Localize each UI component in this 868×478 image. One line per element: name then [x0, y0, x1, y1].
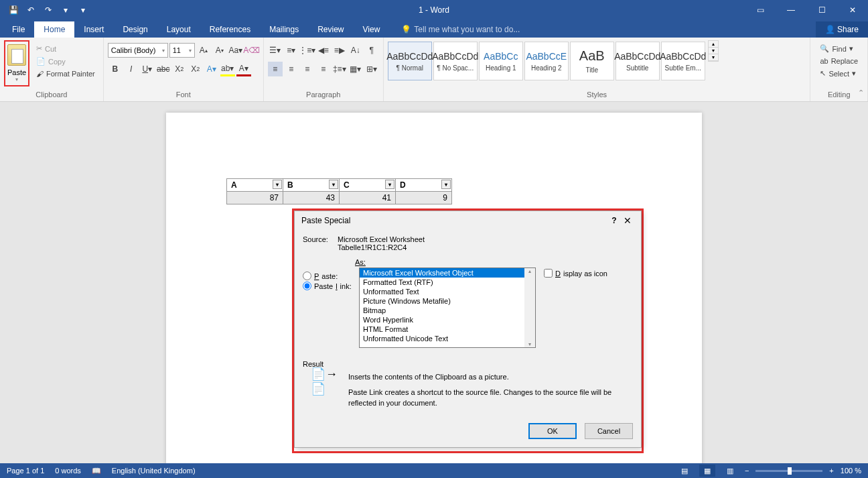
undo-icon[interactable]: ↶: [23, 2, 39, 18]
styles-more-icon[interactable]: ▾: [709, 54, 718, 61]
tab-layout[interactable]: Layout: [157, 21, 200, 38]
justify-button[interactable]: ≡: [316, 62, 331, 76]
listbox-option[interactable]: Formatted Text (RTF): [360, 278, 535, 287]
column-filter-icon[interactable]: ▾: [329, 180, 338, 189]
column-header[interactable]: D▾: [396, 179, 452, 192]
embedded-excel-table[interactable]: A▾B▾C▾D▾ 8743419: [226, 178, 452, 204]
column-filter-icon[interactable]: ▾: [441, 180, 451, 189]
word-count[interactable]: 0 words: [55, 467, 81, 475]
align-right-button[interactable]: ≡: [300, 62, 315, 76]
maximize-icon[interactable]: ☐: [806, 0, 837, 20]
highlight-button[interactable]: ab▾: [220, 62, 235, 76]
sort-button[interactable]: A↓: [348, 43, 363, 58]
help-icon[interactable]: ?: [607, 216, 621, 225]
zoom-out-icon[interactable]: −: [745, 467, 749, 475]
listbox-option[interactable]: Microsoft Excel Worksheet Object: [360, 268, 535, 278]
replace-button[interactable]: abReplace: [818, 56, 859, 66]
dialog-close-icon[interactable]: ✕: [621, 215, 634, 226]
tab-references[interactable]: References: [200, 21, 260, 38]
customize-qat-icon[interactable]: ▾: [75, 2, 91, 18]
borders-button[interactable]: ⊞▾: [364, 62, 379, 76]
italic-button[interactable]: I: [124, 62, 139, 76]
subscript-button[interactable]: X2: [172, 62, 187, 76]
show-marks-button[interactable]: ¶: [364, 43, 379, 58]
page-indicator[interactable]: Page 1 of 1: [7, 467, 44, 475]
styles-down-icon[interactable]: ▾: [709, 48, 718, 54]
listbox-option[interactable]: Unformatted Text: [360, 287, 535, 296]
listbox-option[interactable]: Picture (Windows Metafile): [360, 296, 535, 306]
qat-dropdown-icon[interactable]: ▾: [58, 2, 74, 18]
close-icon[interactable]: ✕: [837, 0, 868, 20]
listbox-option[interactable]: Unformatted Unicode Text: [360, 334, 535, 343]
print-layout-icon[interactable]: ▦: [699, 465, 715, 477]
shading-button[interactable]: ▦▾: [348, 62, 363, 76]
styles-up-icon[interactable]: ▴: [709, 41, 718, 48]
ok-button[interactable]: OK: [528, 423, 577, 439]
select-button[interactable]: ↖Select ▾: [818, 68, 859, 79]
format-listbox[interactable]: Microsoft Excel Worksheet ObjectFormatte…: [359, 267, 536, 348]
tell-me-search[interactable]: 💡Tell me what you want to do...: [394, 21, 526, 38]
shrink-font-button[interactable]: A▾: [212, 43, 227, 58]
share-button[interactable]: 👤 Share: [816, 21, 868, 38]
style-subtitle[interactable]: AaBbCcDdSubtitle: [616, 42, 660, 80]
table-cell[interactable]: 9: [396, 192, 452, 204]
column-filter-icon[interactable]: ▾: [273, 180, 282, 189]
listbox-option[interactable]: Bitmap: [360, 306, 535, 315]
column-header[interactable]: A▾: [227, 179, 283, 192]
style-heading-2[interactable]: AaBbCcEHeading 2: [524, 42, 569, 80]
tab-file[interactable]: File: [3, 21, 34, 38]
zoom-in-icon[interactable]: +: [829, 467, 833, 475]
listbox-option[interactable]: HTML Format: [360, 324, 535, 334]
style--no-spac-[interactable]: AaBbCcDd¶ No Spac...: [433, 42, 478, 80]
numbering-button[interactable]: ≡▾: [284, 43, 299, 58]
superscript-button[interactable]: X2: [188, 62, 203, 76]
tab-insert[interactable]: Insert: [74, 21, 113, 38]
style--normal[interactable]: AaBbCcDd¶ Normal: [388, 42, 432, 80]
column-filter-icon[interactable]: ▾: [385, 180, 394, 189]
bold-button[interactable]: B: [108, 62, 123, 76]
format-painter-button[interactable]: 🖌Format Painter: [32, 68, 99, 79]
table-cell[interactable]: 43: [283, 192, 340, 204]
grow-font-button[interactable]: A▴: [196, 43, 211, 58]
tab-mailings[interactable]: Mailings: [260, 21, 308, 38]
redo-icon[interactable]: ↷: [40, 2, 56, 18]
font-name-combo[interactable]: Calibri (Body)▾: [108, 43, 168, 58]
increase-indent-button[interactable]: ≡▶: [332, 43, 347, 58]
paste-button[interactable]: Paste ▾: [4, 40, 29, 86]
align-left-button[interactable]: ≡: [268, 62, 283, 76]
ribbon-display-icon[interactable]: ▭: [745, 0, 776, 20]
table-cell[interactable]: 87: [227, 192, 283, 204]
copy-button[interactable]: 📄Copy: [32, 56, 99, 67]
cut-button[interactable]: ✂Cut: [32, 43, 99, 54]
zoom-slider[interactable]: [755, 470, 822, 472]
align-center-button[interactable]: ≡: [284, 62, 299, 76]
save-icon[interactable]: 💾: [5, 2, 21, 18]
paste-link-radio[interactable]: Paste link:: [303, 282, 351, 290]
web-layout-icon[interactable]: ▥: [722, 465, 738, 477]
tab-home[interactable]: Home: [34, 21, 74, 38]
table-cell[interactable]: 41: [340, 192, 396, 204]
text-effects-button[interactable]: A▾: [204, 62, 219, 76]
style-subtle-em-[interactable]: AaBbCcDdSubtle Em...: [661, 42, 705, 80]
listbox-option[interactable]: Word Hyperlink: [360, 315, 535, 324]
tab-review[interactable]: Review: [308, 21, 353, 38]
read-mode-icon[interactable]: ▤: [676, 465, 693, 477]
style-title[interactable]: AaBTitle: [570, 42, 614, 80]
bullets-button[interactable]: ☰▾: [268, 43, 283, 58]
language-indicator[interactable]: English (United Kingdom): [112, 467, 196, 475]
font-size-combo[interactable]: 11▾: [169, 43, 195, 58]
tab-view[interactable]: View: [354, 21, 390, 38]
line-spacing-button[interactable]: ‡≡▾: [332, 62, 347, 76]
zoom-level[interactable]: 100 %: [841, 467, 861, 475]
minimize-icon[interactable]: —: [776, 0, 806, 20]
find-button[interactable]: 🔍Find ▾: [818, 43, 859, 54]
column-header[interactable]: C▾: [340, 179, 396, 192]
tab-design[interactable]: Design: [113, 21, 157, 38]
font-color-button[interactable]: A▾: [236, 62, 251, 76]
multilevel-button[interactable]: ⋮≡▾: [300, 43, 315, 58]
paste-radio[interactable]: Paste:: [303, 272, 351, 280]
decrease-indent-button[interactable]: ◀≡: [316, 43, 331, 58]
underline-button[interactable]: U▾: [140, 62, 155, 76]
display-as-icon-checkbox[interactable]: Display as icon: [544, 269, 607, 278]
column-header[interactable]: B▾: [283, 179, 340, 192]
